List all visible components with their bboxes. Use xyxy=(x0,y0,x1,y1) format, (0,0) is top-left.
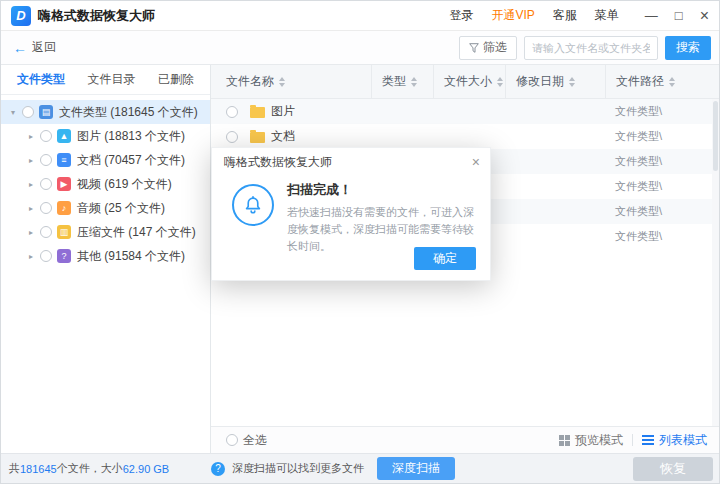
back-label: 返回 xyxy=(32,39,56,56)
column-label: 修改日期 xyxy=(516,73,564,90)
tree-item-file-types[interactable]: ▾ ▤ 文件类型 (181645 个文件) xyxy=(1,100,210,124)
select-all[interactable]: 全选 xyxy=(226,432,267,449)
document-icon: ≡ xyxy=(57,153,71,167)
select-all-label: 全选 xyxy=(243,432,267,449)
tree-item-label: 音频 (25 个文件) xyxy=(77,200,165,217)
preview-mode-button[interactable]: 预览模式 xyxy=(559,432,623,449)
back-arrow-icon: ← xyxy=(13,40,27,56)
table-header: 文件名称 类型 文件大小 修改日期 文件路径 xyxy=(211,65,719,99)
app-logo-icon: D xyxy=(11,6,31,26)
help-icon[interactable]: ? xyxy=(211,462,225,476)
dialog-close-icon[interactable]: × xyxy=(472,154,480,170)
sort-icon[interactable] xyxy=(411,77,417,87)
table-row[interactable]: 文档 文件类型\ xyxy=(211,124,719,149)
tree-item-images[interactable]: ▸ ▲ 图片 (18813 个文件) xyxy=(1,124,210,148)
path-cell: 文件类型\ xyxy=(605,104,719,119)
column-label: 文件名称 xyxy=(226,73,274,90)
expand-right-icon[interactable]: ▸ xyxy=(29,252,40,261)
back-button[interactable]: ← 返回 xyxy=(13,39,56,56)
table-row[interactable]: 图片 文件类型\ xyxy=(211,99,719,124)
column-header-name[interactable]: 文件名称 xyxy=(211,65,371,98)
recover-button[interactable]: 恢复 xyxy=(633,457,713,481)
tree-checkbox[interactable] xyxy=(40,154,52,166)
filter-button[interactable]: 筛选 xyxy=(459,36,517,60)
app-title: 嗨格式数据恢复大师 xyxy=(38,7,155,25)
scrollbar[interactable] xyxy=(712,99,719,426)
tree-item-documents[interactable]: ▸ ≡ 文档 (70457 个文件) xyxy=(1,148,210,172)
maximize-button[interactable]: □ xyxy=(675,9,683,22)
tree-checkbox[interactable] xyxy=(40,202,52,214)
statusbar: 共 181645 个文件，大小 62.90 GB ? 深度扫描可以找到更多文件 … xyxy=(1,453,719,483)
tab-deleted[interactable]: 已删除 xyxy=(158,71,194,88)
tree-item-videos[interactable]: ▸ ▶ 视频 (619 个文件) xyxy=(1,172,210,196)
table-footer: 全选 预览模式 列表模式 xyxy=(211,426,719,453)
column-header-path[interactable]: 文件路径 xyxy=(605,65,719,98)
file-name-cell: 文档 xyxy=(211,128,371,145)
app-window: D 嗨格式数据恢复大师 登录 开通VIP 客服 菜单 — □ × ← 返回 筛选 xyxy=(0,0,720,484)
file-name-cell: 图片 xyxy=(211,103,371,120)
column-header-size[interactable]: 文件大小 xyxy=(433,65,505,98)
tree-item-other[interactable]: ▸ ? 其他 (91584 个文件) xyxy=(1,244,210,268)
tree-checkbox[interactable] xyxy=(40,178,52,190)
total-size: 62.90 GB xyxy=(123,463,169,475)
titlebar: D 嗨格式数据恢复大师 登录 开通VIP 客服 菜单 — □ × xyxy=(1,1,719,31)
tab-file-directory[interactable]: 文件目录 xyxy=(88,71,136,88)
path-cell: 文件类型\ xyxy=(605,229,719,244)
expand-right-icon[interactable]: ▸ xyxy=(29,180,40,189)
path-cell: 文件类型\ xyxy=(605,154,719,169)
sort-icon[interactable] xyxy=(669,77,675,87)
expand-right-icon[interactable]: ▸ xyxy=(29,156,40,165)
sidebar-tabs: 文件类型 文件目录 已删除 xyxy=(1,65,210,95)
disk-icon: ▤ xyxy=(39,105,53,119)
image-icon: ▲ xyxy=(57,129,71,143)
grid-icon xyxy=(559,435,570,446)
column-header-type[interactable]: 类型 xyxy=(371,65,433,98)
menu-link[interactable]: 菜单 xyxy=(595,7,619,24)
tree-checkbox[interactable] xyxy=(40,226,52,238)
file-type-tree: ▾ ▤ 文件类型 (181645 个文件) ▸ ▲ 图片 (18813 个文件)… xyxy=(1,95,210,268)
column-label: 文件大小 xyxy=(444,73,492,90)
total-summary: 共 181645 个文件，大小 62.90 GB xyxy=(9,454,169,483)
sidebar: 文件类型 文件目录 已删除 ▾ ▤ 文件类型 (181645 个文件) ▸ ▲ … xyxy=(1,65,211,453)
titlebar-actions: 登录 开通VIP 客服 菜单 — □ × xyxy=(449,7,709,24)
sort-icon[interactable] xyxy=(569,77,575,87)
tree-item-label: 视频 (619 个文件) xyxy=(77,176,172,193)
vip-link[interactable]: 开通VIP xyxy=(491,7,534,24)
tree-checkbox[interactable] xyxy=(22,106,34,118)
tree-checkbox[interactable] xyxy=(40,250,52,262)
total-mid: 个文件，大小 xyxy=(57,461,123,476)
total-prefix: 共 xyxy=(9,461,20,476)
tree-checkbox[interactable] xyxy=(40,130,52,142)
dialog-title: 嗨格式数据恢复大师 xyxy=(224,154,332,171)
file-name: 图片 xyxy=(271,103,295,120)
path-cell: 文件类型\ xyxy=(605,204,719,219)
column-header-date[interactable]: 修改日期 xyxy=(505,65,605,98)
row-checkbox[interactable] xyxy=(226,131,238,143)
login-link[interactable]: 登录 xyxy=(449,7,473,24)
list-mode-button[interactable]: 列表模式 xyxy=(642,432,707,449)
sort-icon[interactable] xyxy=(279,77,285,87)
close-button[interactable]: × xyxy=(700,8,709,24)
scan-complete-dialog: 嗨格式数据恢复大师 × 扫描完成！ 若快速扫描没有需要的文件，可进入深度恢复模式… xyxy=(211,147,491,281)
tree-item-label: 其他 (91584 个文件) xyxy=(77,248,185,265)
tree-item-archives[interactable]: ▸ ▥ 压缩文件 (147 个文件) xyxy=(1,220,210,244)
support-link[interactable]: 客服 xyxy=(553,7,577,24)
select-all-checkbox[interactable] xyxy=(226,434,238,446)
tree-item-label: 文档 (70457 个文件) xyxy=(77,152,185,169)
expand-right-icon[interactable]: ▸ xyxy=(29,204,40,213)
list-icon xyxy=(642,435,654,445)
tree-item-audio[interactable]: ▸ ♪ 音频 (25 个文件) xyxy=(1,196,210,220)
tab-file-type[interactable]: 文件类型 xyxy=(17,71,65,88)
deep-scan-button[interactable]: 深度扫描 xyxy=(377,457,455,480)
search-input[interactable] xyxy=(524,36,658,60)
sort-icon[interactable] xyxy=(497,77,503,87)
expand-right-icon[interactable]: ▸ xyxy=(29,228,40,237)
minimize-button[interactable]: — xyxy=(645,9,658,22)
search-button[interactable]: 搜索 xyxy=(665,36,711,60)
row-checkbox[interactable] xyxy=(226,106,238,118)
expand-down-icon[interactable]: ▾ xyxy=(11,108,22,117)
expand-right-icon[interactable]: ▸ xyxy=(29,132,40,141)
confirm-button[interactable]: 确定 xyxy=(414,247,476,270)
scrollbar-thumb[interactable] xyxy=(713,101,718,171)
folder-icon xyxy=(250,107,265,118)
